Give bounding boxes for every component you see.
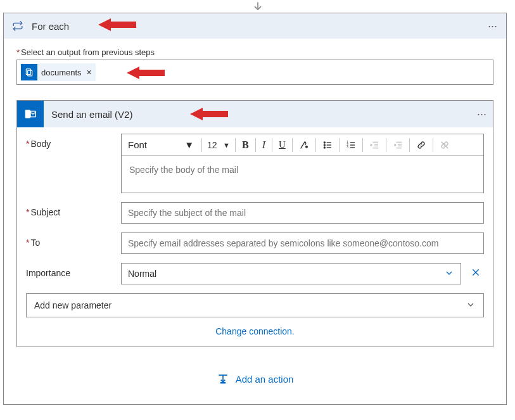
font-color-button[interactable] [295,136,313,154]
body-textarea[interactable]: Specify the body of the mail [122,156,483,193]
token-label: documents [41,68,82,77]
foreach-card: For each ··· *Select an output from prev… [3,13,507,405]
to-label: *To [26,232,121,248]
svg-point-5 [306,146,308,148]
token-source-icon [21,64,37,80]
flow-arrow-down-icon [251,1,265,13]
send-email-title: Send an email (V2) [51,109,132,120]
add-action-label: Add an action [236,374,294,385]
send-email-menu-button[interactable]: ··· [471,105,493,124]
svg-rect-0 [26,69,30,75]
add-parameter-select[interactable]: Add new parameter [26,293,484,317]
svg-rect-31 [220,382,225,384]
importance-label: Importance [26,263,121,278]
select-output-input[interactable]: documents × [16,60,493,85]
add-action-button[interactable]: Add an action [16,372,493,385]
svg-rect-1 [28,70,32,76]
chevron-down-icon [444,268,454,280]
importance-value: Normal [128,269,156,279]
select-output-label: *Select an output from previous steps [16,48,493,57]
outlook-icon: O [17,101,44,127]
foreach-icon [9,17,27,35]
token-remove-icon[interactable]: × [87,67,92,77]
subject-label: *Subject [26,202,121,217]
number-list-button[interactable]: 123 [342,136,360,154]
foreach-menu-button[interactable]: ··· [484,17,501,35]
unlink-button[interactable] [436,136,454,154]
required-asterisk: * [16,48,20,57]
svg-point-8 [324,144,325,146]
body-label: *Body [26,134,121,149]
send-email-header[interactable]: O Send an email (V2) ··· [17,101,493,127]
underline-button[interactable]: U [275,136,289,154]
bullet-list-button[interactable] [319,136,336,154]
to-input[interactable] [121,232,484,254]
link-button[interactable] [412,136,430,154]
subject-input[interactable] [121,202,484,224]
change-connection-link[interactable]: Change connection. [26,317,484,343]
italic-button[interactable]: I [258,136,269,154]
chevron-down-icon [466,300,476,312]
outdent-button[interactable] [366,136,383,154]
indent-button[interactable] [389,136,407,154]
add-action-icon [217,372,229,385]
bold-button[interactable]: B [238,136,253,154]
body-editor[interactable]: Font▼ 12▼ B I [121,134,484,193]
token-documents[interactable]: documents × [21,63,96,81]
svg-point-10 [324,147,325,148]
rte-toolbar: Font▼ 12▼ B I [122,134,483,156]
font-size-select[interactable]: 12▼ [205,136,232,154]
add-parameter-label: Add new parameter [34,300,111,310]
select-output-text: Select an output from previous steps [21,48,155,57]
send-email-card: O Send an email (V2) ··· *Body [16,100,493,347]
importance-clear-button[interactable] [467,267,484,281]
svg-text:O: O [26,111,30,117]
foreach-header[interactable]: For each ··· [4,13,506,39]
importance-select[interactable]: Normal [121,263,461,284]
foreach-title: For each [32,21,69,32]
svg-point-6 [324,142,325,143]
font-family-select[interactable]: Font▼ [123,136,199,154]
svg-text:3: 3 [347,146,348,149]
